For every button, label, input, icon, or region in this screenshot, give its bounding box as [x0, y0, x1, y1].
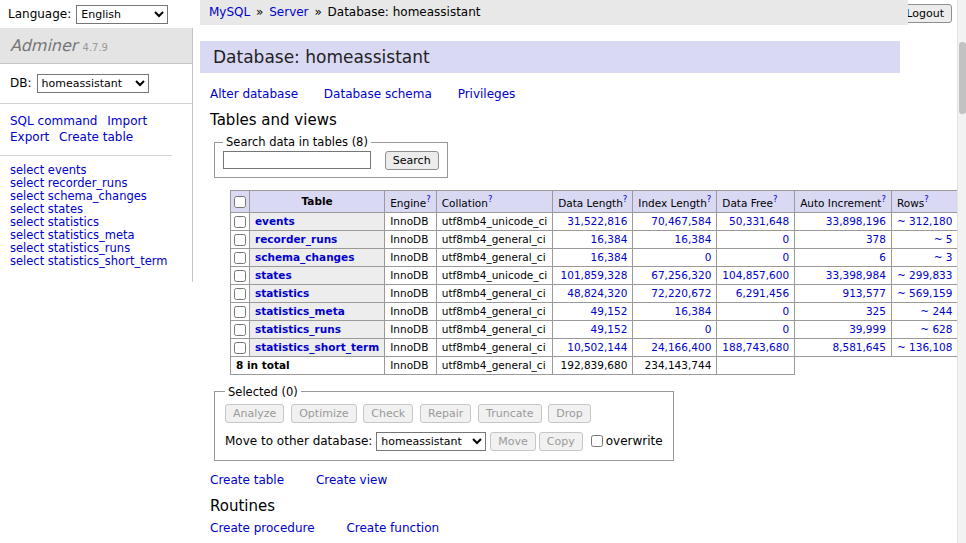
table-operation-button[interactable]: Drop [548, 404, 590, 423]
db-action-link[interactable]: Database schema [324, 87, 432, 101]
db-action-link[interactable]: Alter database [210, 87, 298, 101]
row-checkbox-cell [231, 266, 250, 284]
row-checkbox[interactable] [234, 234, 246, 246]
data-length-link[interactable]: 49,152 [591, 305, 628, 317]
db-select[interactable]: homeassistant [37, 74, 149, 93]
data-length-link[interactable]: 101,859,328 [561, 269, 628, 281]
table-name-link[interactable]: statistics [255, 287, 309, 299]
auto-increment-link[interactable]: 325 [866, 305, 886, 317]
sidebar-action-link[interactable]: Export [10, 130, 49, 144]
scrollbar-thumb[interactable] [959, 42, 966, 114]
create-link[interactable]: Create view [316, 473, 387, 487]
column-help-link[interactable]: ? [881, 194, 886, 204]
index-length-link[interactable]: 72,220,672 [651, 287, 711, 299]
column-help-link[interactable]: ? [623, 194, 628, 204]
auto-increment-link[interactable]: 6 [879, 251, 886, 263]
breadcrumb-current: Database: homeassistant [328, 5, 481, 19]
table-name-link[interactable]: events [255, 215, 295, 227]
auto-increment-link[interactable]: 378 [866, 233, 886, 245]
vertical-scrollbar[interactable] [957, 0, 966, 543]
table-name-link[interactable]: recorder_runs [255, 233, 337, 245]
index-length-link[interactable]: 0 [705, 251, 712, 263]
row-checkbox[interactable] [234, 306, 246, 318]
breadcrumb-link-server[interactable]: Server [269, 5, 308, 19]
move-db-select[interactable]: homeassistant [376, 432, 486, 451]
data-length-link[interactable]: 31,522,816 [567, 215, 627, 227]
auto-increment-link[interactable]: 33,398,984 [826, 269, 886, 281]
column-help-link[interactable]: ? [924, 194, 929, 204]
row-checkbox[interactable] [234, 216, 246, 228]
rows-count-cell: ~ 299,833 [891, 266, 958, 284]
index-length-link[interactable]: 24,166,400 [651, 341, 711, 353]
row-checkbox[interactable] [234, 324, 246, 336]
data-length-link[interactable]: 48,824,320 [567, 287, 627, 299]
rows-count-link[interactable]: ~ 312,180 [897, 215, 953, 227]
sidebar-action-link[interactable]: Import [107, 114, 147, 128]
row-checkbox[interactable] [234, 288, 246, 300]
overwrite-checkbox[interactable] [591, 435, 603, 447]
table-name-link[interactable]: statistics_meta [255, 305, 345, 317]
data-length-link[interactable]: 10,502,144 [567, 341, 627, 353]
routine-link[interactable]: Create function [346, 521, 439, 535]
rows-count-link[interactable]: ~ 569,159 [897, 287, 953, 299]
copy-button[interactable]: Copy [539, 432, 583, 451]
data-free-link[interactable]: 188,743,680 [722, 341, 789, 353]
rows-count-link[interactable]: ~ 244 [920, 305, 952, 317]
create-link[interactable]: Create table [210, 473, 284, 487]
sidebar-action-link[interactable]: Create table [59, 130, 133, 144]
app-logo-link[interactable]: Adminer [10, 36, 77, 55]
data-length-link[interactable]: 16,384 [591, 233, 628, 245]
select-all-checkbox[interactable] [234, 196, 246, 208]
data-free-link[interactable]: 0 [782, 305, 789, 317]
rows-count-link[interactable]: ~ 299,833 [897, 269, 953, 281]
search-input[interactable] [223, 151, 371, 169]
auto-increment-link[interactable]: 33,898,196 [826, 215, 886, 227]
index-length-link[interactable]: 16,384 [675, 233, 712, 245]
db-action-link[interactable]: Privileges [458, 87, 516, 101]
data-length-link[interactable]: 16,384 [591, 251, 628, 263]
column-help-link[interactable]: ? [488, 194, 493, 204]
collation-cell: utf8mb4_general_ci [436, 230, 552, 248]
row-checkbox[interactable] [234, 342, 246, 354]
table-name-link[interactable]: statistics_runs [255, 323, 341, 335]
language-select[interactable]: English [76, 5, 168, 24]
index-length-link[interactable]: 0 [705, 323, 712, 335]
column-help-link[interactable]: ? [773, 194, 778, 204]
row-checkbox[interactable] [234, 252, 246, 264]
search-button[interactable]: Search [385, 151, 439, 170]
index-length-link[interactable]: 16,384 [675, 305, 712, 317]
data-free-link[interactable]: 0 [782, 323, 789, 335]
data-free-link[interactable]: 0 [782, 251, 789, 263]
table-name-link[interactable]: schema_changes [255, 251, 355, 263]
table-name-cell: statistics_meta [250, 302, 385, 320]
data-free-link[interactable]: 104,857,600 [722, 269, 789, 281]
data-free-link[interactable]: 6,291,456 [736, 287, 789, 299]
data-free-link[interactable]: 0 [782, 233, 789, 245]
index-length-link[interactable]: 70,467,584 [651, 215, 711, 227]
auto-increment-link[interactable]: 913,577 [843, 287, 886, 299]
move-button[interactable]: Move [490, 432, 536, 451]
data-free-link[interactable]: 50,331,648 [729, 215, 789, 227]
auto-increment-link[interactable]: 39,999 [849, 323, 886, 335]
data-length-link[interactable]: 49,152 [591, 323, 628, 335]
sidebar-table-link[interactable]: select statistics_short_term [10, 255, 182, 268]
rows-count-link[interactable]: ~ 628 [920, 323, 952, 335]
table-operation-button[interactable]: Truncate [478, 404, 541, 423]
row-checkbox[interactable] [234, 270, 246, 282]
column-help-link[interactable]: ? [707, 194, 712, 204]
rows-count-link[interactable]: ~ 5 [934, 233, 953, 245]
breadcrumb-link-mysql[interactable]: MySQL [209, 5, 250, 19]
table-operation-button[interactable]: Optimize [291, 404, 356, 423]
index-length-link[interactable]: 67,256,320 [651, 269, 711, 281]
auto-increment-link[interactable]: 8,581,645 [832, 341, 885, 353]
rows-count-link[interactable]: ~ 3 [934, 251, 953, 263]
table-name-link[interactable]: states [255, 269, 292, 281]
rows-count-link[interactable]: ~ 136,108 [897, 341, 953, 353]
table-operation-button[interactable]: Check [363, 404, 413, 423]
table-name-link[interactable]: statistics_short_term [255, 341, 379, 353]
table-operation-button[interactable]: Repair [420, 404, 471, 423]
column-help-link[interactable]: ? [426, 194, 431, 204]
routine-link[interactable]: Create procedure [210, 521, 315, 535]
table-operation-button[interactable]: Analyze [225, 404, 284, 423]
sidebar-action-link[interactable]: SQL command [10, 114, 97, 128]
